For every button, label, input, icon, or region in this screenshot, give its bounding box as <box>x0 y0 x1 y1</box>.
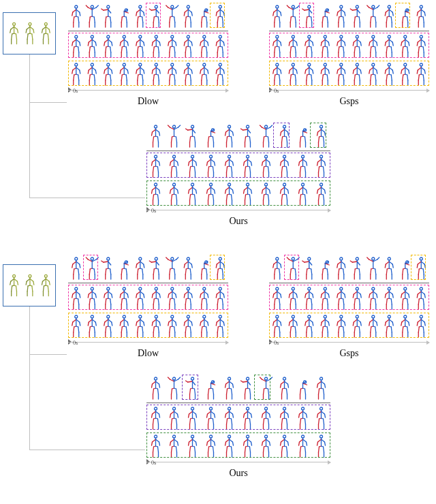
example-1: 0s Dlow 0s Gsps <box>0 0 436 252</box>
panel-dlow: 0s Dlow <box>68 255 228 359</box>
panel-gsps: 0s Gsps <box>269 255 429 359</box>
skeleton-row <box>68 285 228 311</box>
skeleton-row <box>68 255 228 281</box>
skeleton-row <box>68 3 228 29</box>
time-origin-label: 0s <box>274 88 279 94</box>
skeleton-row <box>146 180 330 206</box>
end-pose-row <box>269 255 429 281</box>
prediction-row <box>68 285 228 311</box>
prediction-row <box>269 33 429 59</box>
panel-gsps: 0s Gsps <box>269 3 429 107</box>
time-origin-label: 0s <box>73 88 78 94</box>
skeleton-row <box>146 432 330 458</box>
panel-ours: 0s Ours <box>146 375 330 479</box>
prediction-row <box>68 61 228 86</box>
prediction-row <box>146 432 330 458</box>
end-pose-row <box>68 255 228 281</box>
time-origin-label: 0s <box>274 340 279 346</box>
skeleton-row <box>269 285 429 311</box>
method-label: Dlow <box>68 348 228 359</box>
time-axis: 0s <box>269 87 429 97</box>
prediction-row <box>146 153 330 178</box>
end-pose-row <box>68 3 228 29</box>
panel-ours: 0s Ours <box>146 123 330 227</box>
method-label: Gsps <box>269 348 429 359</box>
prediction-row <box>269 61 429 86</box>
input-sequence-box <box>3 12 56 54</box>
skeleton-row <box>68 33 228 59</box>
time-origin-label: 0s <box>151 208 156 214</box>
method-label: Dlow <box>68 96 228 107</box>
skeleton-row <box>146 153 330 178</box>
end-pose-row <box>146 123 330 148</box>
prediction-row <box>269 285 429 311</box>
skeleton-row <box>269 255 429 281</box>
skeleton-row <box>146 375 330 400</box>
prediction-row <box>68 33 228 59</box>
skeleton-row <box>269 33 429 59</box>
time-axis: 0s <box>146 459 330 469</box>
time-axis: 0s <box>269 339 429 349</box>
skeleton-row <box>269 313 429 338</box>
end-pose-row <box>146 375 330 400</box>
prediction-row <box>146 180 330 206</box>
prediction-row <box>68 313 228 338</box>
time-axis: 0s <box>68 87 228 97</box>
skeleton-row <box>146 123 330 148</box>
time-origin-label: 0s <box>73 340 78 346</box>
prediction-row <box>146 405 330 430</box>
prediction-row <box>269 313 429 338</box>
time-axis: 0s <box>146 207 330 217</box>
time-origin-label: 0s <box>151 460 156 466</box>
panel-dlow: 0s Dlow <box>68 3 228 107</box>
method-label: Ours <box>146 216 330 227</box>
skeleton-row <box>68 313 228 338</box>
skeleton-row <box>269 3 429 29</box>
end-pose-row <box>269 3 429 29</box>
example-2: 0s Dlow 0s Gsps <box>0 252 436 504</box>
skeleton-row <box>146 405 330 430</box>
skeleton-row <box>68 61 228 86</box>
input-sequence-box <box>3 264 56 306</box>
time-axis: 0s <box>68 339 228 349</box>
skeleton-row <box>269 61 429 86</box>
method-label: Gsps <box>269 96 429 107</box>
method-label: Ours <box>146 468 330 479</box>
